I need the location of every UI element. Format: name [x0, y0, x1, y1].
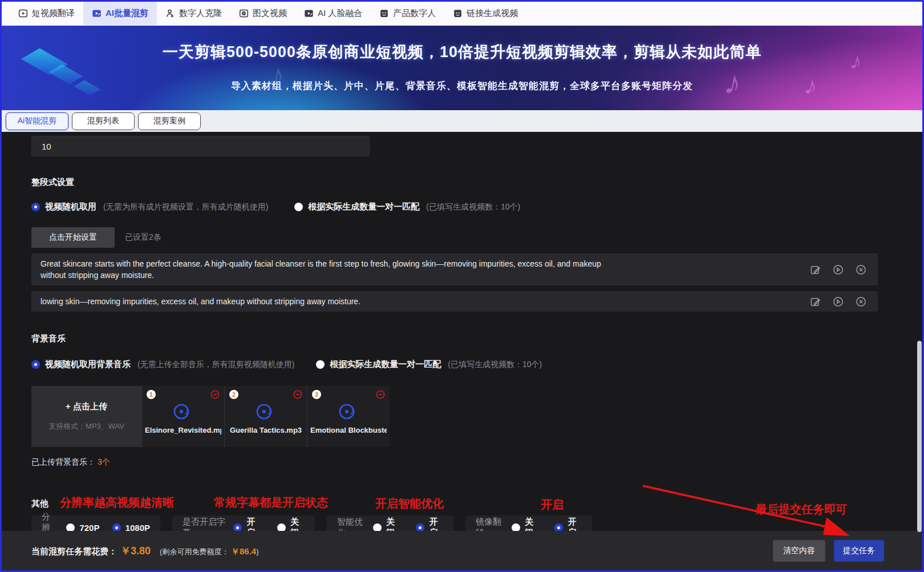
tab-clip-list[interactable]: 混剪列表	[72, 112, 135, 130]
script-entry-text: Great skincare starts with the perfect c…	[40, 258, 810, 281]
annotation-subtitle: 常规字幕都是开启状态	[214, 495, 328, 510]
uploaded-count-value: 3个	[98, 457, 110, 466]
close-icon[interactable]	[856, 296, 866, 307]
remove-music-icon[interactable]	[210, 390, 220, 399]
section-title-segment: 整段式设置	[31, 177, 878, 188]
upload-music-button[interactable]: + 点击上传 支持格式：MP3、WAV	[31, 386, 141, 447]
main-panel: 整段式设置 视频随机取用 (无需为所有成片视频设置，所有成片随机使用) 根据实际…	[2, 132, 922, 530]
link-video-icon	[453, 9, 463, 18]
footer-bar: 当前混剪任务需花费： ￥3.80 (剩余可用免费额度： ￥86.4) 清空内容 …	[2, 531, 922, 570]
quota-value: ￥86.4	[231, 546, 256, 556]
radio-hint: (已填写生成视频数：10个)	[448, 360, 542, 370]
segment-mode-radio-group: 视频随机取用 (无需为所有成片视频设置，所有成片随机使用) 根据实际生成数量一对…	[31, 202, 878, 212]
nav-item-face-merge[interactable]: AI 人脸融合	[295, 2, 371, 25]
quota-text: (剩余可用免费额度： ￥86.4)	[160, 546, 259, 557]
nav-item-label: 链接生成视频	[467, 8, 518, 19]
radio-hint: (无需上传全部音乐，所有混剪视频随机使用)	[137, 360, 294, 370]
edit-icon[interactable]	[810, 264, 821, 275]
edit-icon[interactable]	[810, 296, 821, 307]
cost-summary: 当前混剪任务需花费： ￥3.80 (剩余可用免费额度： ￥86.4)	[31, 544, 259, 558]
video-translate-icon	[18, 9, 28, 18]
person-add-icon	[165, 9, 175, 18]
music-index-badge: 3	[312, 390, 321, 399]
music-card: 1 ♪ Elsinore_Revisited.mp3	[141, 386, 224, 447]
tab-ai-smart-clip[interactable]: Ai智能混剪	[6, 112, 68, 130]
nav-item-label: 产品数字人	[393, 8, 436, 19]
tab-clip-cases[interactable]: 混剪案例	[138, 112, 201, 130]
play-icon[interactable]	[833, 296, 844, 307]
remove-music-icon[interactable]	[293, 390, 302, 399]
music-index-badge: 1	[147, 390, 156, 399]
annotation-resolution: 分辨率越高视频越清晰	[60, 495, 174, 510]
cost-label: 当前混剪任务需花费：	[31, 546, 117, 557]
annotation-submit: 最后提交任务即可	[756, 502, 847, 517]
start-setup-button[interactable]: 点击开始设置	[31, 227, 115, 248]
tab-bar: Ai智能混剪 混剪列表 混剪案例	[2, 110, 922, 132]
music-index-badge: 2	[229, 390, 238, 399]
nav-item-video-translate[interactable]: 短视频翻译	[10, 2, 83, 25]
radio-hint: (无需为所有成片视频设置，所有成片随机使用)	[103, 202, 268, 212]
nav-item-label: AI批量混剪	[106, 8, 148, 19]
nav-item-avatar-clone[interactable]: 数字人克隆	[157, 2, 230, 25]
submit-task-button[interactable]: 提交任务	[834, 540, 884, 562]
radio-label[interactable]: 视频随机取用背景音乐	[45, 359, 131, 370]
uploaded-count-line: 已上传背景音乐：3个	[31, 457, 878, 468]
music-upload-strip: + 点击上传 支持格式：MP3、WAV 1 ♪ Elsinore_Revisit…	[31, 386, 878, 447]
banner-subtitle: 导入素材组，根据片头、片中、片尾、背景音乐、模板智能生成智能混剪，全球多平台多账…	[2, 79, 922, 92]
svg-text:♪: ♪	[350, 405, 355, 417]
music-card: 2 ♪ Guerilla Tactics.mp3	[224, 386, 307, 447]
script-entry-row: lowing skin—removing impurities, excess …	[31, 291, 878, 312]
image-video-icon	[239, 9, 249, 18]
close-icon[interactable]	[856, 264, 866, 275]
cost-value: ￥3.80	[120, 544, 151, 558]
quota-suffix: )	[256, 547, 258, 556]
nav-item-label: AI 人脸融合	[318, 8, 362, 19]
top-nav: 短视频翻译 AI批量混剪 数字人克隆 图文视频 AI 人脸融合	[2, 2, 922, 26]
annotation-mirror: 开启	[541, 497, 564, 513]
radio-hint: (已填写生成视频数：10个)	[426, 202, 520, 212]
radio-label[interactable]: 根据实际生成数量一对一匹配	[330, 359, 441, 370]
music-mode-radio-group: 视频随机取用背景音乐 (无需上传全部音乐，所有混剪视频随机使用) 根据实际生成数…	[31, 359, 878, 370]
other-section-header: 其他 分辨率越高视频越清晰 常规字幕都是开启状态 开启智能优化 开启 最后提交任…	[31, 494, 878, 512]
svg-text:♪: ♪	[184, 405, 189, 417]
upload-format-hint: 支持格式：MP3、WAV	[48, 421, 124, 432]
svg-text:♪: ♪	[267, 405, 272, 417]
banner-title: 一天剪辑500-5000条原创商业短视频，10倍提升短视频剪辑效率，剪辑从未如此…	[2, 42, 922, 62]
nav-item-label: 数字人克隆	[179, 8, 222, 19]
radio-random-music[interactable]	[31, 360, 40, 369]
script-entry-row: Great skincare starts with the perfect c…	[31, 253, 878, 285]
script-entry-text: lowing skin—removing impurities, excess …	[40, 296, 810, 307]
section-title-other: 其他	[31, 498, 48, 509]
generate-count-input[interactable]	[31, 136, 370, 156]
product-avatar-icon	[379, 9, 389, 18]
radio-music-one-to-one[interactable]	[316, 360, 325, 369]
music-card: 3 ♪ Emotional Blockbuste...	[307, 386, 390, 447]
segment-setup-row: 点击开始设置 已设置2条	[31, 227, 878, 248]
quota-prefix: (剩余可用免费额度：	[160, 547, 229, 556]
radio-random-pick[interactable]	[31, 203, 40, 211]
nav-item-product-avatar[interactable]: 产品数字人	[371, 2, 444, 25]
music-disc-icon: ♪	[172, 400, 194, 422]
app-window: 短视频翻译 AI批量混剪 数字人克隆 图文视频 AI 人脸融合	[0, 0, 924, 572]
clear-content-button[interactable]: 清空内容	[773, 540, 825, 562]
face-merge-icon	[304, 9, 314, 18]
radio-one-to-one[interactable]	[294, 203, 303, 211]
annotation-optimize: 开启智能优化	[375, 496, 444, 511]
music-file-name: Elsinore_Revisited.mp3	[145, 426, 221, 434]
music-disc-icon: ♪	[337, 400, 360, 422]
nav-item-image-video[interactable]: 图文视频	[230, 2, 295, 25]
uploaded-count-label: 已上传背景音乐：	[31, 457, 95, 466]
music-disc-icon: ♪	[254, 400, 277, 422]
nav-item-label: 短视频翻译	[32, 8, 75, 19]
remove-music-icon[interactable]	[376, 390, 385, 399]
setup-count-label: 已设置2条	[125, 232, 161, 243]
nav-item-batch-clip[interactable]: AI批量混剪	[83, 2, 157, 25]
upload-label: + 点击上传	[66, 401, 107, 412]
nav-item-link-video[interactable]: 链接生成视频	[444, 2, 526, 25]
play-icon[interactable]	[833, 264, 844, 275]
music-file-name: Emotional Blockbuste...	[310, 426, 387, 434]
music-file-name: Guerilla Tactics.mp3	[230, 426, 302, 434]
radio-label[interactable]: 视频随机取用	[45, 202, 96, 212]
radio-label[interactable]: 根据实际生成数量一对一匹配	[308, 202, 419, 212]
vertical-scrollbar[interactable]	[917, 341, 922, 532]
